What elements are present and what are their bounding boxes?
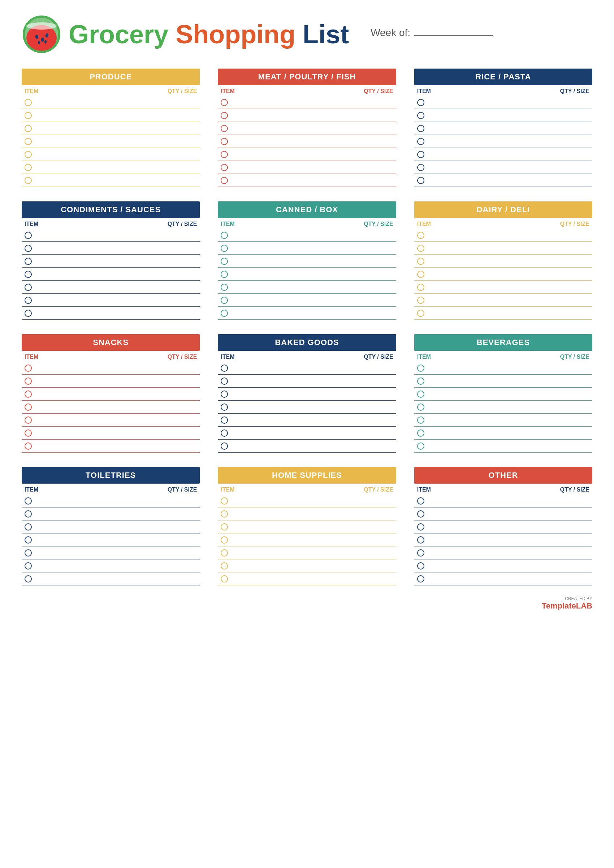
item-row[interactable]: [414, 294, 592, 307]
item-row[interactable]: [414, 507, 592, 521]
checkbox-circle[interactable]: [25, 378, 32, 385]
checkbox-circle[interactable]: [25, 575, 32, 583]
item-row[interactable]: [22, 440, 200, 453]
checkbox-circle[interactable]: [25, 232, 32, 239]
checkbox-circle[interactable]: [221, 523, 228, 530]
checkbox-circle[interactable]: [221, 151, 228, 158]
item-row[interactable]: [218, 546, 396, 560]
item-row[interactable]: [22, 426, 200, 440]
checkbox-circle[interactable]: [25, 284, 32, 291]
item-row[interactable]: [218, 268, 396, 281]
item-row[interactable]: [218, 362, 396, 375]
item-row[interactable]: [414, 122, 592, 135]
checkbox-circle[interactable]: [221, 510, 228, 518]
item-row[interactable]: [22, 109, 200, 122]
item-row[interactable]: [218, 507, 396, 521]
item-row[interactable]: [218, 388, 396, 401]
checkbox-circle[interactable]: [417, 417, 424, 424]
item-row[interactable]: [414, 388, 592, 401]
checkbox-circle[interactable]: [417, 442, 424, 450]
checkbox-circle[interactable]: [221, 310, 228, 317]
item-row[interactable]: [218, 572, 396, 585]
item-row[interactable]: [218, 148, 396, 161]
item-row[interactable]: [22, 572, 200, 585]
checkbox-circle[interactable]: [25, 271, 32, 278]
item-row[interactable]: [218, 440, 396, 453]
checkbox-circle[interactable]: [25, 310, 32, 317]
item-row[interactable]: [218, 307, 396, 320]
checkbox-circle[interactable]: [221, 498, 228, 505]
item-row[interactable]: [218, 109, 396, 122]
item-row[interactable]: [22, 281, 200, 294]
week-of-line[interactable]: [414, 29, 493, 36]
checkbox-circle[interactable]: [417, 99, 424, 106]
item-row[interactable]: [22, 388, 200, 401]
checkbox-circle[interactable]: [25, 245, 32, 252]
item-row[interactable]: [22, 414, 200, 426]
checkbox-circle[interactable]: [25, 403, 32, 411]
checkbox-circle[interactable]: [221, 258, 228, 265]
checkbox-circle[interactable]: [417, 536, 424, 544]
checkbox-circle[interactable]: [25, 297, 32, 304]
checkbox-circle[interactable]: [221, 429, 228, 437]
checkbox-circle[interactable]: [25, 258, 32, 265]
item-row[interactable]: [22, 533, 200, 546]
item-row[interactable]: [22, 507, 200, 521]
item-row[interactable]: [218, 560, 396, 572]
item-row[interactable]: [414, 174, 592, 187]
item-row[interactable]: [218, 521, 396, 533]
checkbox-circle[interactable]: [417, 378, 424, 385]
checkbox-circle[interactable]: [417, 164, 424, 171]
item-row[interactable]: [414, 362, 592, 375]
checkbox-circle[interactable]: [417, 258, 424, 265]
checkbox-circle[interactable]: [417, 429, 424, 437]
checkbox-circle[interactable]: [221, 125, 228, 132]
checkbox-circle[interactable]: [417, 177, 424, 184]
item-row[interactable]: [414, 281, 592, 294]
item-row[interactable]: [22, 135, 200, 148]
checkbox-circle[interactable]: [25, 151, 32, 158]
item-row[interactable]: [414, 268, 592, 281]
checkbox-circle[interactable]: [221, 271, 228, 278]
checkbox-circle[interactable]: [221, 284, 228, 291]
item-row[interactable]: [22, 494, 200, 507]
item-row[interactable]: [414, 255, 592, 268]
checkbox-circle[interactable]: [417, 575, 424, 583]
item-row[interactable]: [414, 426, 592, 440]
item-row[interactable]: [22, 242, 200, 255]
checkbox-circle[interactable]: [417, 549, 424, 556]
checkbox-circle[interactable]: [221, 99, 228, 106]
item-row[interactable]: [414, 135, 592, 148]
checkbox-circle[interactable]: [25, 429, 32, 437]
checkbox-circle[interactable]: [25, 391, 32, 398]
checkbox-circle[interactable]: [221, 442, 228, 450]
item-row[interactable]: [414, 375, 592, 388]
checkbox-circle[interactable]: [221, 245, 228, 252]
checkbox-circle[interactable]: [417, 151, 424, 158]
checkbox-circle[interactable]: [417, 271, 424, 278]
item-row[interactable]: [218, 122, 396, 135]
item-row[interactable]: [414, 494, 592, 507]
checkbox-circle[interactable]: [25, 417, 32, 424]
item-row[interactable]: [218, 281, 396, 294]
checkbox-circle[interactable]: [417, 403, 424, 411]
checkbox-circle[interactable]: [25, 364, 32, 372]
item-row[interactable]: [218, 174, 396, 187]
checkbox-circle[interactable]: [221, 232, 228, 239]
item-row[interactable]: [414, 401, 592, 414]
checkbox-circle[interactable]: [417, 125, 424, 132]
item-row[interactable]: [414, 440, 592, 453]
item-row[interactable]: [414, 414, 592, 426]
item-row[interactable]: [22, 148, 200, 161]
checkbox-circle[interactable]: [221, 575, 228, 583]
checkbox-circle[interactable]: [25, 510, 32, 518]
checkbox-circle[interactable]: [221, 403, 228, 411]
checkbox-circle[interactable]: [25, 549, 32, 556]
checkbox-circle[interactable]: [221, 112, 228, 119]
checkbox-circle[interactable]: [25, 164, 32, 171]
checkbox-circle[interactable]: [25, 177, 32, 184]
checkbox-circle[interactable]: [221, 297, 228, 304]
item-row[interactable]: [218, 229, 396, 242]
checkbox-circle[interactable]: [25, 112, 32, 119]
checkbox-circle[interactable]: [417, 112, 424, 119]
